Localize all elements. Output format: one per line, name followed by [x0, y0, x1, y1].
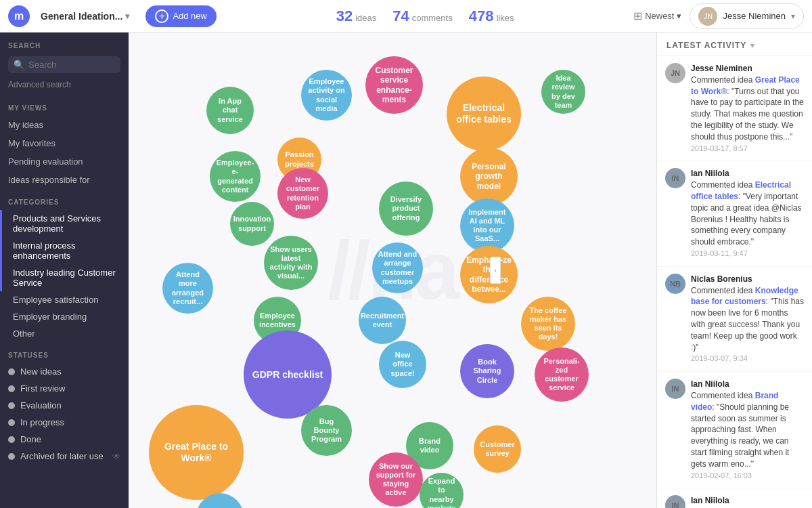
user-avatar: JN: [698, 7, 717, 26]
sidebar-item-ideas-responsible-for[interactable]: Ideas responsible for: [0, 171, 129, 189]
activity-content-a2: Ian NiilolaCommented idea Electrical off…: [691, 168, 804, 259]
user-menu-button[interactable]: JN Jesse Nieminen ▾: [690, 3, 804, 29]
statuses-list: New ideasFirst reviewEvaluationIn progre…: [0, 363, 129, 465]
main-layout: SEARCH 🔍 Advanced search MY VIEWS My ide…: [0, 33, 812, 508]
activity-avatar-a4: IN: [665, 379, 685, 399]
activity-avatar-a2: IN: [665, 168, 685, 188]
my-views-label: MY VIEWS: [0, 95, 129, 116]
stats-bar: 32 ideas 74 comments 478 likes: [336, 7, 514, 25]
categories-label: CATEGORIES: [0, 189, 129, 210]
bubble-b2[interactable]: Employee activity on social media: [301, 70, 352, 121]
app-logo: m: [8, 5, 30, 27]
bubble-b13[interactable]: Show users latest activity with visual..…: [264, 236, 318, 290]
advanced-search-link[interactable]: Advanced search: [0, 79, 129, 95]
bubble-b7[interactable]: Employee- e- generated content: [210, 151, 261, 202]
bubble-canvas: //na Customer service enhance-mentsEmplo…: [129, 33, 656, 508]
search-section-label: SEARCH: [0, 33, 129, 54]
bubble-b26[interactable]: Customer survey: [474, 425, 521, 473]
bubble-b22[interactable]: Book Sharing Circle: [460, 344, 514, 398]
likes-stat: 478 likes: [469, 7, 514, 25]
sort-newest-button[interactable]: ⊞ Newest ▾: [633, 9, 681, 22]
status-label-done: Done: [20, 434, 41, 444]
activity-content-a5: Ian NiilolaCommented idea Brand refresh:…: [691, 495, 804, 508]
sidebar-item-my-ideas[interactable]: My ideas: [0, 116, 129, 134]
bubble-b1[interactable]: Customer service enhance-ments: [365, 56, 423, 114]
panel-toggle-button[interactable]: ›: [490, 257, 501, 284]
archived-visibility-icon[interactable]: 👁: [112, 452, 120, 461]
bubble-b24[interactable]: Bug Bounty Program: [301, 405, 352, 456]
topbar-right: ⊞ Newest ▾ JN Jesse Nieminen ▾: [633, 3, 804, 29]
bubble-b19[interactable]: The coffee maker has seen its days!: [521, 297, 575, 351]
categories-list: Products and Services developmentInterna…: [0, 210, 129, 342]
status-item-first-review[interactable]: First review: [0, 380, 129, 397]
bubble-b9[interactable]: Personal growth model: [460, 148, 518, 205]
bubble-b14[interactable]: Attend and arrange customer meetups: [372, 242, 423, 293]
search-area: 🔍: [0, 54, 129, 79]
workspace-title[interactable]: General Ideation... ▾: [41, 11, 129, 22]
status-label-in-progress: In progress: [20, 417, 64, 427]
status-dot-in-progress: [8, 419, 15, 426]
activity-avatar-a3: NB: [665, 274, 685, 294]
bubble-b4[interactable]: Electrical office tables: [447, 77, 521, 151]
activity-avatar-a5: IN: [665, 495, 685, 508]
search-icon: 🔍: [14, 60, 24, 70]
bubble-b3[interactable]: In App chat service: [206, 87, 254, 134]
right-panel: LATEST ACTIVITY ▾ JNJesse NieminenCommen…: [656, 33, 812, 508]
activity-content-a4: Ian NiilolaCommented idea Brand video: "…: [691, 379, 804, 481]
bubble-b23[interactable]: Personali-zed customer service: [535, 347, 589, 402]
activity-content-a1: Jesse NieminenCommented idea Great Place…: [691, 63, 804, 154]
statuses-label: STATUSES: [0, 342, 129, 363]
sidebar-item-my-favorites[interactable]: My favorites: [0, 134, 129, 152]
bubble-b18[interactable]: Recruitment event: [359, 297, 406, 344]
bubble-b11[interactable]: Diversify product offering: [379, 182, 433, 236]
sidebar: SEARCH 🔍 Advanced search MY VIEWS My ide…: [0, 33, 129, 508]
sidebar-item-pending-evaluation[interactable]: Pending evaluation: [0, 152, 129, 171]
status-label-archived: Archived for later use: [20, 451, 104, 461]
activity-item-a3: NBNiclas BoreniusCommented idea Knowledg…: [657, 267, 812, 372]
bubble-b15[interactable]: Emphasi-ze the difference betwee...: [460, 246, 518, 303]
status-label-new-ideas: New ideas: [20, 366, 62, 377]
category-item-other[interactable]: Other: [0, 325, 129, 342]
search-input[interactable]: [28, 60, 115, 70]
status-label-evaluation: Evaluation: [20, 400, 62, 410]
ideas-stat: 32 ideas: [336, 7, 377, 25]
status-item-evaluation[interactable]: Evaluation: [0, 397, 129, 414]
comments-stat: 74 comments: [392, 7, 452, 25]
activity-chevron: ▾: [750, 41, 755, 50]
status-label-first-review: First review: [20, 383, 65, 394]
activity-item-a2: INIan NiilolaCommented idea Electrical o…: [657, 161, 812, 266]
add-new-button[interactable]: + Add new: [145, 5, 217, 27]
bubble-b10[interactable]: Innovation support: [230, 202, 274, 246]
status-item-archived[interactable]: Archived for later use👁: [0, 448, 129, 465]
status-dot-first-review: [8, 385, 15, 392]
bubble-b12[interactable]: Implement AI and ML into our SaaS...: [460, 198, 514, 253]
status-item-in-progress[interactable]: In progress: [0, 414, 129, 431]
my-views-list: My ideasMy favoritesPending evaluationId…: [0, 116, 129, 189]
activity-item-a4: INIan NiilolaCommented idea Brand video:…: [657, 372, 812, 488]
status-dot-done: [8, 436, 15, 443]
bubble-b27[interactable]: Great Place to Work®: [149, 405, 244, 500]
bubble-b16[interactable]: Attend more arranged recruit...: [162, 263, 213, 314]
bubble-b28[interactable]: Show our support for staying active: [369, 452, 423, 507]
activity-item-a1: JNJesse NieminenCommented idea Great Pla…: [657, 56, 812, 161]
category-item-employer-branding[interactable]: Employer branding: [0, 308, 129, 325]
bubble-b8[interactable]: New customer retention plan: [277, 168, 328, 219]
bubble-b29[interactable]: Expand to nearby markets: [420, 473, 464, 508]
activity-content-a3: Niclas BoreniusCommented idea Knowledge …: [691, 274, 804, 364]
user-chevron: ▾: [791, 12, 795, 21]
category-item-industry-leading[interactable]: Industry leading Customer Service: [0, 264, 129, 291]
status-dot-evaluation: [8, 402, 15, 409]
plus-circle-icon: +: [155, 9, 168, 23]
category-item-internal-process[interactable]: Internal process enhancements: [0, 237, 129, 264]
activity-item-a5: INIan NiilolaCommented idea Brand refres…: [657, 488, 812, 508]
search-box[interactable]: 🔍: [8, 56, 120, 73]
category-item-employee-satisfaction[interactable]: Employee satisfaction: [0, 291, 129, 308]
status-item-new-ideas[interactable]: New ideas: [0, 363, 129, 380]
bubble-b21[interactable]: New office space!: [379, 341, 426, 388]
category-item-products-services[interactable]: Products and Services development: [0, 210, 129, 237]
bubble-b5[interactable]: Idea review by dev team: [541, 70, 585, 114]
bubble-b20[interactable]: GDPR checklist: [244, 331, 332, 419]
right-panel-header: LATEST ACTIVITY ▾: [657, 33, 812, 56]
status-item-done[interactable]: Done: [0, 431, 129, 448]
sort-chevron: ▾: [677, 11, 681, 21]
